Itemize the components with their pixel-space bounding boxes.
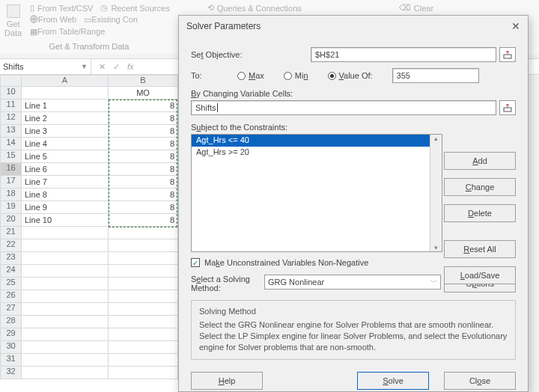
cell[interactable]: 8 (109, 189, 178, 201)
cell[interactable] (22, 303, 109, 316)
cell[interactable] (109, 303, 178, 316)
cell[interactable] (22, 227, 109, 239)
value-of-input[interactable]: 355 (392, 68, 479, 83)
cell[interactable] (22, 328, 109, 341)
constraint-item[interactable]: Agt_Hrs <= 40 (192, 135, 442, 147)
cell[interactable]: Line 7 (22, 176, 109, 189)
cell[interactable] (109, 316, 178, 328)
row-header[interactable]: 10 (0, 87, 22, 99)
cell[interactable]: Line 3 (22, 125, 109, 138)
nonneg-checkbox[interactable]: ✓ (191, 258, 200, 267)
change-button[interactable]: Change (444, 178, 516, 196)
cell[interactable] (22, 316, 109, 328)
row-header[interactable]: 13 (0, 125, 22, 138)
cell[interactable] (22, 354, 109, 367)
row-header[interactable]: 11 (0, 99, 22, 112)
load-save-button[interactable]: Load/Save (444, 266, 516, 284)
row-header[interactable]: 22 (0, 239, 22, 252)
recent-sources-button[interactable]: ◷Recent Sources (100, 3, 169, 13)
cell[interactable] (109, 265, 178, 278)
cell[interactable]: 8 (109, 201, 178, 214)
reset-all-button[interactable]: Reset All (444, 240, 516, 258)
cell[interactable]: 8 (109, 163, 178, 176)
col-header-b[interactable]: B (109, 75, 178, 87)
solve-button[interactable]: Solve (357, 372, 429, 390)
select-all-corner[interactable] (0, 75, 22, 87)
cell[interactable]: Line 10 (22, 214, 109, 227)
row-header[interactable]: 16 (0, 163, 22, 176)
cell[interactable] (22, 87, 109, 99)
get-data-button[interactable]: Get Data (4, 4, 22, 37)
cell[interactable]: Line 2 (22, 112, 109, 125)
cell[interactable] (109, 341, 178, 354)
min-radio[interactable]: Min (284, 71, 308, 80)
cell[interactable] (109, 367, 178, 379)
row-header[interactable]: 28 (0, 316, 22, 328)
row-header[interactable]: 32 (0, 367, 22, 379)
worksheet[interactable]: A B 10MO11Line 1812Line 2813Line 3814Lin… (0, 75, 178, 392)
cell[interactable]: 8 (109, 150, 178, 163)
name-box[interactable]: Shifts ▼ (0, 58, 91, 75)
cell[interactable] (109, 278, 178, 290)
value-of-radio[interactable]: Value Of: (328, 71, 373, 80)
cell[interactable]: Line 4 (22, 138, 109, 150)
row-header[interactable]: 24 (0, 265, 22, 278)
cell[interactable] (22, 341, 109, 354)
scrollbar[interactable]: ▴▾ (430, 135, 442, 251)
cell[interactable] (22, 367, 109, 379)
cancel-icon[interactable]: ✕ (99, 62, 106, 72)
row-header[interactable]: 27 (0, 303, 22, 316)
cell[interactable] (109, 252, 178, 265)
add-button[interactable]: Add (444, 152, 516, 170)
cell[interactable] (109, 328, 178, 341)
row-header[interactable]: 15 (0, 150, 22, 163)
row-header[interactable]: 21 (0, 227, 22, 239)
collapse-dialog-button-2[interactable] (499, 100, 516, 115)
cell[interactable] (109, 227, 178, 239)
row-header[interactable]: 20 (0, 214, 22, 227)
enter-icon[interactable]: ✓ (113, 62, 120, 72)
col-header-a[interactable]: A (22, 75, 109, 87)
cell[interactable] (22, 265, 109, 278)
constraints-listbox[interactable]: Agt_Hrs <= 40 Agt_Hrs >= 20 ▴▾ (191, 134, 442, 252)
cell[interactable]: 8 (109, 138, 178, 150)
from-web-button[interactable]: 🌐︎From Web (30, 15, 76, 25)
row-header[interactable]: 14 (0, 138, 22, 150)
row-header[interactable]: 23 (0, 252, 22, 265)
set-objective-input[interactable]: $H$21 (311, 47, 496, 62)
cell[interactable]: Line 6 (22, 163, 109, 176)
dialog-titlebar[interactable]: Solver Parameters ✕ (179, 16, 528, 37)
cell[interactable]: MO (109, 87, 178, 99)
changing-cells-input[interactable]: Shifts (191, 100, 496, 115)
cell[interactable] (109, 290, 178, 303)
cell[interactable]: Line 5 (22, 150, 109, 163)
cell[interactable] (22, 252, 109, 265)
cell[interactable]: 8 (109, 99, 178, 112)
row-header[interactable]: 17 (0, 176, 22, 189)
cell[interactable]: Line 8 (22, 189, 109, 201)
row-header[interactable]: 25 (0, 278, 22, 290)
row-header[interactable]: 12 (0, 112, 22, 125)
cell[interactable]: 8 (109, 112, 178, 125)
row-header[interactable]: 29 (0, 328, 22, 341)
row-header[interactable]: 18 (0, 189, 22, 201)
from-table-range-button[interactable]: ▦From Table/Range (30, 27, 105, 37)
constraint-item[interactable]: Agt_Hrs >= 20 (192, 147, 442, 159)
cell[interactable] (109, 239, 178, 252)
collapse-dialog-button[interactable] (499, 47, 516, 62)
max-radio[interactable]: Max (237, 71, 264, 80)
cell[interactable] (22, 278, 109, 290)
cell[interactable] (22, 290, 109, 303)
row-header[interactable]: 26 (0, 290, 22, 303)
queries-connections-button[interactable]: ⟲Queries & Connections (207, 3, 302, 13)
existing-connections-button[interactable]: ▭Existing Con (84, 15, 138, 25)
fx-icon[interactable]: fx (127, 62, 134, 71)
row-header[interactable]: 31 (0, 354, 22, 367)
cell[interactable]: 8 (109, 125, 178, 138)
close-icon[interactable]: ✕ (511, 20, 520, 32)
help-button[interactable]: Help (191, 372, 263, 390)
cell[interactable] (22, 239, 109, 252)
solving-method-select[interactable]: GRG Nonlinear ﹀ (264, 275, 441, 290)
clear-button[interactable]: ⌫Clear (399, 3, 433, 13)
cell[interactable]: 8 (109, 176, 178, 189)
